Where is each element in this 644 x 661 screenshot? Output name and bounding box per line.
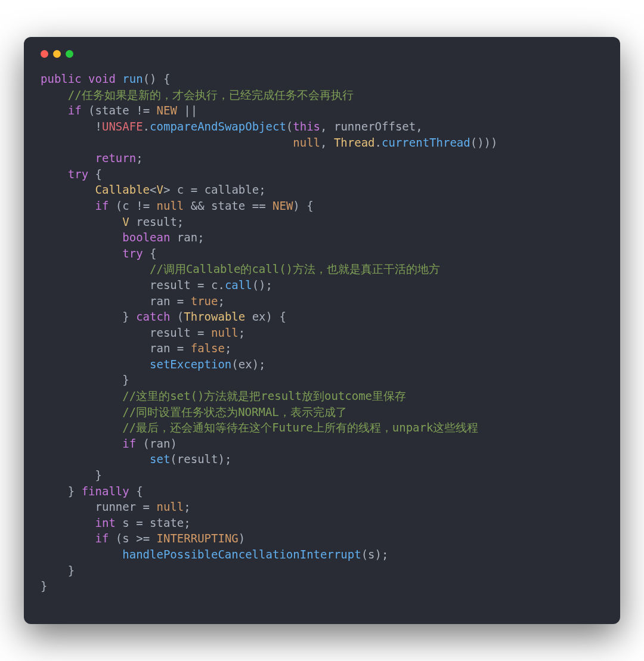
code-block: public void run() { //任务如果是新的，才会执行，已经完成任…: [41, 71, 603, 594]
eq: =: [136, 500, 156, 513]
window-titlebar: [41, 50, 603, 71]
var-result: result: [150, 278, 191, 291]
punct: (: [136, 437, 150, 450]
punct: ;: [136, 151, 143, 165]
type-boolean: boolean: [122, 231, 170, 244]
punct: (: [109, 199, 122, 212]
op: !=: [129, 199, 157, 212]
punct: (: [286, 120, 293, 133]
var-ran: ran: [150, 294, 170, 308]
punct: {: [88, 167, 102, 181]
var-result: result: [136, 215, 177, 228]
kw-public: public: [41, 72, 82, 85]
punct: }: [68, 564, 75, 577]
code-window: public void run() { //任务如果是新的，才会执行，已经完成任…: [24, 37, 620, 624]
type-v: V: [122, 215, 129, 228]
var-ex: ex: [239, 358, 252, 371]
punct: ;: [177, 215, 184, 228]
comment: //调用Callable的call()方法，也就是真正干活的地方: [150, 262, 440, 275]
punct: );: [375, 548, 389, 561]
op-eq: ==: [245, 199, 273, 212]
const-new: NEW: [273, 199, 293, 212]
const-null: null: [156, 500, 184, 513]
op-or: ||: [177, 104, 197, 117]
punct: (: [109, 532, 122, 545]
var-s: s: [122, 516, 129, 529]
const-false: false: [191, 342, 225, 355]
punct: }: [122, 373, 129, 386]
lt: <: [150, 183, 156, 196]
punct: ): [239, 532, 245, 545]
comment: //最后，还会通知等待在这个Future上所有的线程，unpark这些线程: [122, 421, 478, 434]
eq: =: [170, 342, 190, 355]
var-ran: ran: [150, 342, 170, 355]
close-icon[interactable]: [41, 50, 48, 58]
punct: (: [82, 104, 95, 117]
kw-try: try: [68, 167, 88, 181]
punct: (: [170, 452, 177, 466]
kw-if: if: [95, 532, 109, 545]
eq: =: [184, 183, 204, 196]
cls-throwable: Throwable: [184, 310, 245, 323]
var-ran: ran: [150, 437, 170, 450]
var-runner: runner: [95, 500, 137, 513]
comment: //任务如果是新的，才会执行，已经完成任务不会再执行: [68, 88, 354, 101]
dot: .: [218, 278, 224, 291]
op-not: !: [95, 120, 102, 133]
space: [116, 516, 122, 529]
var-result: result: [150, 326, 191, 339]
kw-catch: catch: [136, 310, 170, 323]
fn-handlepci: handlePossibleCancellationInterrupt: [122, 548, 361, 561]
comment: //同时设置任务状态为NORMAL，表示完成了: [122, 405, 347, 418]
minimize-icon[interactable]: [53, 50, 61, 58]
eq: =: [129, 516, 150, 529]
punct: (: [361, 548, 368, 561]
const-null: null: [293, 136, 320, 149]
kw-if: if: [95, 199, 109, 212]
var-s: s: [122, 532, 129, 545]
punct: ())): [470, 136, 498, 149]
fn-currentthread: currentThread: [382, 136, 470, 149]
kw-void: void: [88, 72, 116, 85]
punct: ();: [252, 278, 273, 291]
var-c: c: [177, 183, 184, 196]
var-state: state: [95, 104, 129, 117]
punct: (: [231, 358, 238, 371]
const-new: NEW: [157, 104, 177, 117]
punct: {: [143, 247, 157, 260]
cls-callable: Callable: [95, 183, 150, 196]
space: [170, 183, 177, 196]
punct: }: [95, 468, 102, 482]
space: [245, 310, 252, 323]
punct: (: [170, 310, 184, 323]
zoom-icon[interactable]: [66, 50, 73, 58]
dot: .: [375, 136, 382, 149]
punct: ;: [225, 342, 231, 355]
fn-run: run: [122, 72, 143, 85]
punct: }: [122, 310, 136, 323]
dot: .: [143, 120, 150, 133]
punct: ;: [184, 500, 190, 513]
punct: {: [129, 485, 143, 498]
var-s: s: [368, 548, 374, 561]
const-interrupting: INTERRUPTING: [157, 532, 239, 545]
comment: //这里的set()方法就是把result放到outcome里保存: [122, 389, 406, 402]
var-callable: callable: [205, 183, 259, 196]
comma: ,: [320, 120, 334, 133]
var-c: c: [211, 278, 218, 291]
punct: );: [252, 358, 266, 371]
kw-if: if: [68, 104, 82, 117]
punct: ;: [218, 294, 224, 308]
fn-set: set: [150, 452, 170, 466]
var-ex: ex: [252, 310, 266, 323]
kw-try: try: [122, 247, 143, 260]
fn-cas: compareAndSwapObject: [150, 120, 286, 133]
var-result: result: [177, 452, 218, 466]
gt: >: [163, 183, 170, 196]
op-and: &&: [184, 199, 211, 212]
punct: ) {: [293, 199, 313, 212]
punct: ;: [184, 516, 190, 529]
eq: =: [170, 294, 190, 308]
fn-call: call: [225, 278, 252, 291]
const-null: null: [157, 199, 184, 212]
